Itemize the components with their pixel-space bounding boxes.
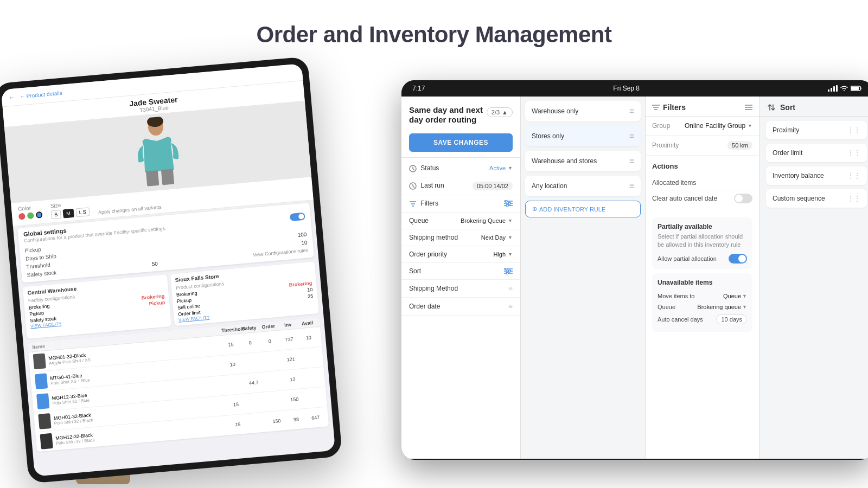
inv-thumb <box>40 433 53 450</box>
chevron-down-icon: ▼ <box>748 123 752 129</box>
battery-icon <box>851 85 863 92</box>
allow-partial-label: Allow partial allocation <box>658 255 717 262</box>
actions-title: Actions <box>652 162 752 170</box>
sort-item-custom-sequence[interactable]: Custom sequence ⋮⋮ <box>766 189 867 208</box>
add-inventory-rule-button[interactable]: ⊕ ADD INVENTORY RULE <box>525 201 641 217</box>
safety-stock-label: Safety stock <box>27 269 56 278</box>
chevron-down-icon: ▼ <box>508 218 513 223</box>
inv-num3: 0 <box>261 338 278 345</box>
drag-handle-icon: ⋮⋮ <box>847 126 860 134</box>
routing-badge[interactable]: 2/3 ▲ <box>487 107 513 117</box>
panel-filters: Filters Group Online Facility Group ▼ <box>646 97 760 459</box>
plus-icon: ⊕ <box>532 206 537 213</box>
sort-row[interactable]: Sort <box>401 263 520 280</box>
queue2-row: Queue Brokering queue ▼ <box>658 301 747 312</box>
apply-variants: Apply changes on all variants <box>98 204 162 215</box>
proximity-filter-row: Proximity 50 km <box>646 136 759 156</box>
inv-num3 <box>263 361 279 362</box>
status-value[interactable]: Active ▼ <box>489 165 513 171</box>
queue-label: Queue <box>409 217 429 224</box>
inv-num1: 15 <box>229 421 246 428</box>
group-value[interactable]: Online Facility Group ▼ <box>685 122 752 130</box>
wifi-icon <box>840 85 848 92</box>
chevron-down-icon: ▼ <box>508 252 513 257</box>
drag-handle-icon: ⋮⋮ <box>847 172 860 179</box>
move-items-row: Move items to Queue ▼ <box>658 291 747 301</box>
shipping-method2-label: Shipping Method <box>409 285 458 292</box>
rule-item-warehouse-stores[interactable]: Warehouse and stores ≡ <box>525 151 641 171</box>
sioux-pickup-val: 10 <box>307 287 313 293</box>
inv-col-inv: Inv <box>279 322 296 329</box>
allocated-items-label: Allocated items <box>652 179 696 187</box>
rule-item-stores-only[interactable]: Stores only ≡ <box>525 126 641 146</box>
drag-handle-icon: ⋮⋮ <box>847 149 860 157</box>
inv-num1 <box>226 384 242 386</box>
sort-item-order-limit[interactable]: Order limit ⋮⋮ <box>766 144 867 162</box>
clear-cancel-toggle[interactable] <box>734 194 752 203</box>
sort-inventory-balance-label: Inventory balance <box>773 172 824 179</box>
inv-col-safety: Safety <box>241 325 258 332</box>
shipping-method2-row[interactable]: Shipping Method ≡ <box>401 280 520 298</box>
shipping-method-value[interactable]: Next Day ▼ <box>481 234 513 241</box>
color-label: Color <box>18 204 42 212</box>
auto-cancel-value[interactable]: 10 days <box>716 314 747 324</box>
size-m[interactable]: M <box>63 209 74 219</box>
filter-line-icon <box>409 200 417 208</box>
queue2-value[interactable]: Brokering queue ▼ <box>697 304 747 310</box>
svg-rect-9 <box>851 87 859 90</box>
size-l[interactable]: L S <box>75 207 90 217</box>
save-changes-button[interactable]: SAVE CHANGES <box>409 133 513 152</box>
sort-custom-sequence-label: Custom sequence <box>773 195 825 202</box>
inv-num2 <box>249 422 265 423</box>
move-items-value[interactable]: Queue ▼ <box>723 293 747 299</box>
sort-header: Sort <box>760 97 868 117</box>
inv-num2 <box>244 362 260 364</box>
allow-partial-toggle[interactable] <box>729 254 747 264</box>
central-warehouse-card: Central Warehouse Facility configuration… <box>23 274 171 339</box>
tablet-screen-content: Same day and next day order routing 2/3 … <box>401 97 868 459</box>
partial-avail-title: Partially available <box>658 223 747 230</box>
inv-num4: 12 <box>284 376 301 383</box>
rule-item-any-location[interactable]: Any location ≡ <box>525 176 641 196</box>
inv-col-threshold: Threshold <box>221 326 238 333</box>
queue-value[interactable]: Brokering Queue ▼ <box>461 217 513 224</box>
drag-handle-icon: ≡ <box>629 181 634 191</box>
chevron-down-icon: ▼ <box>508 235 513 240</box>
svg-point-25 <box>508 270 510 272</box>
safety-stock-val: 50 <box>151 261 158 267</box>
inv-num4: 150 <box>286 396 303 403</box>
color-green[interactable] <box>27 212 34 219</box>
color-blue[interactable] <box>36 211 43 219</box>
svg-rect-6 <box>833 86 835 92</box>
order-date-row[interactable]: Order date ≡ <box>401 298 520 316</box>
allow-partial-row: Allow partial allocation <box>658 254 747 264</box>
rule-warehouse-only-row[interactable]: Warehouse only ≡ <box>525 101 641 121</box>
size-s[interactable]: S <box>51 210 61 220</box>
drag-handle-icon: ≡ <box>508 302 513 311</box>
rule-item-warehouse-only[interactable]: Warehouse only ≡ <box>525 101 641 121</box>
filters-label: Filters <box>409 200 438 208</box>
partial-avail-desc: Select if partial allocation should be a… <box>658 233 747 249</box>
back-arrow-icon[interactable]: ← <box>8 93 16 101</box>
threshold-val: 10 <box>301 239 308 246</box>
add-rule-label: ADD INVENTORY RULE <box>539 206 605 213</box>
drag-handle-icon: ≡ <box>629 106 634 116</box>
filters-row[interactable]: Filters <box>401 195 520 213</box>
group-filter-row: Group Online Facility Group ▼ <box>646 117 759 136</box>
shipping-method-label: Shipping method <box>409 234 458 241</box>
sort-order-limit-label: Order limit <box>773 149 802 157</box>
inv-num3 <box>267 400 283 402</box>
inv-col-order: Order <box>260 323 277 330</box>
rule-warehouse-stores-row[interactable]: Warehouse and stores ≡ <box>525 151 641 171</box>
sort-item-proximity[interactable]: Proximity ⋮⋮ <box>766 121 867 139</box>
partial-available-section: Partially available Select if partial al… <box>652 217 752 269</box>
sort-item-inventory-balance[interactable]: Inventory balance ⋮⋮ <box>766 166 867 185</box>
drag-handle-icon: ≡ <box>508 284 513 293</box>
order-priority-value[interactable]: High ▼ <box>493 251 513 258</box>
inv-num2: 0 <box>242 339 259 346</box>
rule-any-location-row[interactable]: Any location ≡ <box>525 176 641 196</box>
rule-stores-only-row[interactable]: Stores only ≡ <box>525 126 641 146</box>
color-red[interactable] <box>18 213 25 220</box>
inv-num4: 737 <box>281 336 298 343</box>
move-items-label: Move items to <box>658 293 694 299</box>
